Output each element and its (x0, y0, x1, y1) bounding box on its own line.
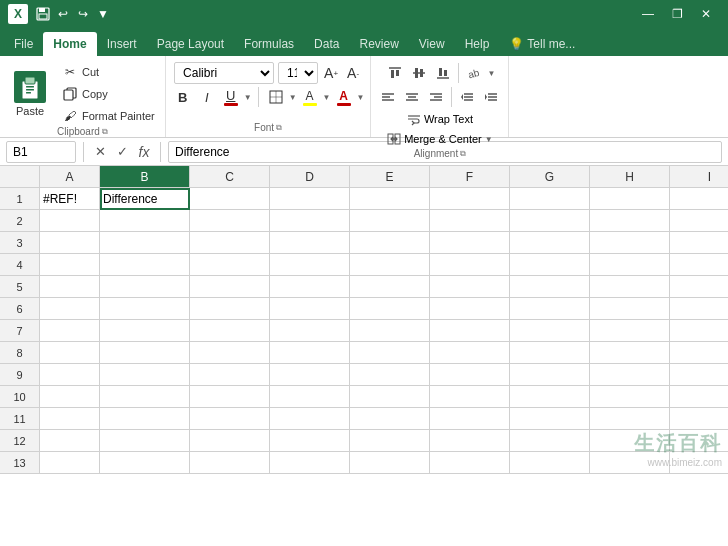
cell-c2[interactable] (190, 210, 270, 232)
cell-d6[interactable] (270, 298, 350, 320)
cell-c5[interactable] (190, 276, 270, 298)
cancel-formula-button[interactable]: ✕ (91, 143, 109, 161)
row-num-13[interactable]: 13 (0, 452, 39, 474)
border-dropdown-icon[interactable]: ▼ (289, 93, 297, 102)
customize-quick-access[interactable]: ▼ (94, 5, 112, 23)
close-button[interactable]: ✕ (692, 0, 720, 28)
cell-b7[interactable] (100, 320, 190, 342)
cell-a8[interactable] (40, 342, 100, 364)
cell-g3[interactable] (510, 232, 590, 254)
cell-a10[interactable] (40, 386, 100, 408)
col-header-e[interactable]: E (350, 166, 430, 187)
cell-c12[interactable] (190, 430, 270, 452)
cell-b4[interactable] (100, 254, 190, 276)
font-expand-icon[interactable]: ⧉ (276, 123, 282, 133)
row-num-4[interactable]: 4 (0, 254, 39, 276)
right-align-button[interactable] (425, 86, 447, 108)
cell-g4[interactable] (510, 254, 590, 276)
alignment-expand-icon[interactable]: ⧉ (460, 149, 466, 159)
undo-button[interactable]: ↩ (54, 5, 72, 23)
fill-color-dropdown-icon[interactable]: ▼ (323, 93, 331, 102)
cell-a7[interactable] (40, 320, 100, 342)
font-color-button[interactable]: A (333, 86, 355, 108)
tab-insert[interactable]: Insert (97, 32, 147, 56)
copy-button[interactable]: Copy (58, 84, 159, 104)
cell-f7[interactable] (430, 320, 510, 342)
bottom-align-button[interactable] (432, 62, 454, 84)
decrease-indent-button[interactable] (456, 86, 478, 108)
tab-data[interactable]: Data (304, 32, 349, 56)
cell-d7[interactable] (270, 320, 350, 342)
fill-color-button[interactable]: A (299, 86, 321, 108)
format-painter-button[interactable]: 🖌 Format Painter (58, 106, 159, 126)
row-num-7[interactable]: 7 (0, 320, 39, 342)
cell-h9[interactable] (590, 364, 670, 386)
tab-home[interactable]: Home (43, 32, 96, 56)
cell-i9[interactable] (670, 364, 728, 386)
decrease-font-size-button[interactable]: A- (344, 64, 362, 82)
cell-e1[interactable] (350, 188, 430, 210)
row-num-12[interactable]: 12 (0, 430, 39, 452)
cell-c6[interactable] (190, 298, 270, 320)
cell-a4[interactable] (40, 254, 100, 276)
cell-d13[interactable] (270, 452, 350, 474)
cell-h7[interactable] (590, 320, 670, 342)
cell-i1[interactable] (670, 188, 728, 210)
tab-help[interactable]: Help (455, 32, 500, 56)
cell-b5[interactable] (100, 276, 190, 298)
tab-file[interactable]: File (4, 32, 43, 56)
col-header-g[interactable]: G (510, 166, 590, 187)
cell-d11[interactable] (270, 408, 350, 430)
row-num-6[interactable]: 6 (0, 298, 39, 320)
row-num-5[interactable]: 5 (0, 276, 39, 298)
cell-f9[interactable] (430, 364, 510, 386)
cell-e9[interactable] (350, 364, 430, 386)
underline-button[interactable]: U (220, 86, 242, 108)
cell-f12[interactable] (430, 430, 510, 452)
cell-d4[interactable] (270, 254, 350, 276)
tab-formulas[interactable]: Formulas (234, 32, 304, 56)
function-wizard-button[interactable]: fx (135, 143, 153, 161)
col-header-a[interactable]: A (40, 166, 100, 187)
row-num-2[interactable]: 2 (0, 210, 39, 232)
cell-g7[interactable] (510, 320, 590, 342)
cell-d9[interactable] (270, 364, 350, 386)
cell-d5[interactable] (270, 276, 350, 298)
cell-e8[interactable] (350, 342, 430, 364)
row-num-1[interactable]: 1 (0, 188, 39, 210)
cell-e11[interactable] (350, 408, 430, 430)
cell-b6[interactable] (100, 298, 190, 320)
cell-b8[interactable] (100, 342, 190, 364)
cell-a11[interactable] (40, 408, 100, 430)
cell-d8[interactable] (270, 342, 350, 364)
cell-c11[interactable] (190, 408, 270, 430)
cell-e12[interactable] (350, 430, 430, 452)
cell-i10[interactable] (670, 386, 728, 408)
cell-a1[interactable]: #REF! (40, 188, 100, 210)
tab-review[interactable]: Review (349, 32, 408, 56)
cell-i11[interactable] (670, 408, 728, 430)
underline-dropdown-icon[interactable]: ▼ (244, 93, 252, 102)
row-num-11[interactable]: 11 (0, 408, 39, 430)
cell-g2[interactable] (510, 210, 590, 232)
col-header-f[interactable]: F (430, 166, 510, 187)
cell-e7[interactable] (350, 320, 430, 342)
cell-b10[interactable] (100, 386, 190, 408)
cell-i7[interactable] (670, 320, 728, 342)
top-align-button[interactable] (384, 62, 406, 84)
cell-i3[interactable] (670, 232, 728, 254)
cell-i2[interactable] (670, 210, 728, 232)
wrap-text-button[interactable]: Wrap Text (403, 110, 477, 128)
cell-f5[interactable] (430, 276, 510, 298)
cell-a5[interactable] (40, 276, 100, 298)
cell-c7[interactable] (190, 320, 270, 342)
cell-i6[interactable] (670, 298, 728, 320)
col-header-b[interactable]: B (100, 166, 190, 187)
save-button[interactable] (34, 5, 52, 23)
cell-a3[interactable] (40, 232, 100, 254)
font-size-select[interactable]: 11 (278, 62, 318, 84)
cell-f13[interactable] (430, 452, 510, 474)
cell-h4[interactable] (590, 254, 670, 276)
cell-d1[interactable] (270, 188, 350, 210)
cell-h2[interactable] (590, 210, 670, 232)
